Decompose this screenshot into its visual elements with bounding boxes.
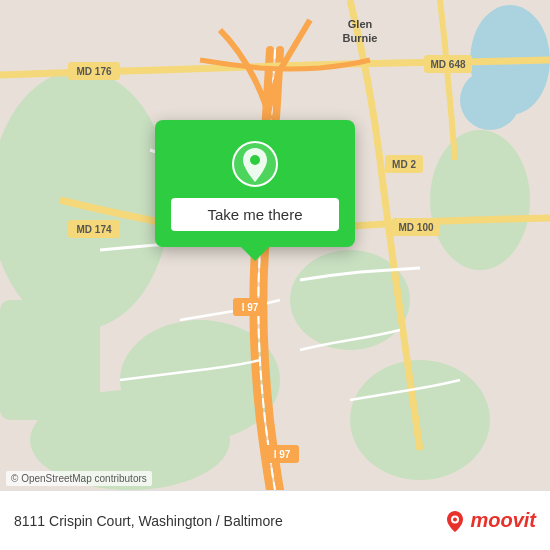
svg-point-2 — [350, 360, 490, 480]
address-text: 8111 Crispin Court, Washington / Baltimo… — [14, 513, 283, 529]
popup-card[interactable]: Take me there — [155, 120, 355, 247]
svg-point-27 — [250, 155, 260, 165]
svg-text:Glen: Glen — [348, 18, 373, 30]
osm-credit: © OpenStreetMap contributors — [6, 471, 152, 486]
moovit-logo: moovit — [444, 509, 536, 532]
moovit-pin-icon — [444, 510, 466, 532]
svg-text:MD 2: MD 2 — [392, 159, 416, 170]
location-pin-icon — [231, 140, 279, 188]
take-me-there-button[interactable]: Take me there — [171, 198, 339, 231]
svg-text:MD 100: MD 100 — [398, 222, 433, 233]
svg-text:I 97: I 97 — [274, 449, 291, 460]
svg-text:I 97: I 97 — [242, 302, 259, 313]
svg-text:MD 174: MD 174 — [76, 224, 111, 235]
svg-text:MD 176: MD 176 — [76, 66, 111, 77]
map-container: MD 176 MD 174 MD 2 MD 100 MD 648 I 97 I … — [0, 0, 550, 490]
svg-text:Burnie: Burnie — [343, 32, 378, 44]
bottom-bar: 8111 Crispin Court, Washington / Baltimo… — [0, 490, 550, 550]
moovit-brand-text: moovit — [470, 509, 536, 532]
svg-text:MD 648: MD 648 — [430, 59, 465, 70]
svg-point-29 — [453, 517, 457, 521]
svg-point-9 — [460, 70, 520, 130]
svg-point-5 — [430, 130, 530, 270]
